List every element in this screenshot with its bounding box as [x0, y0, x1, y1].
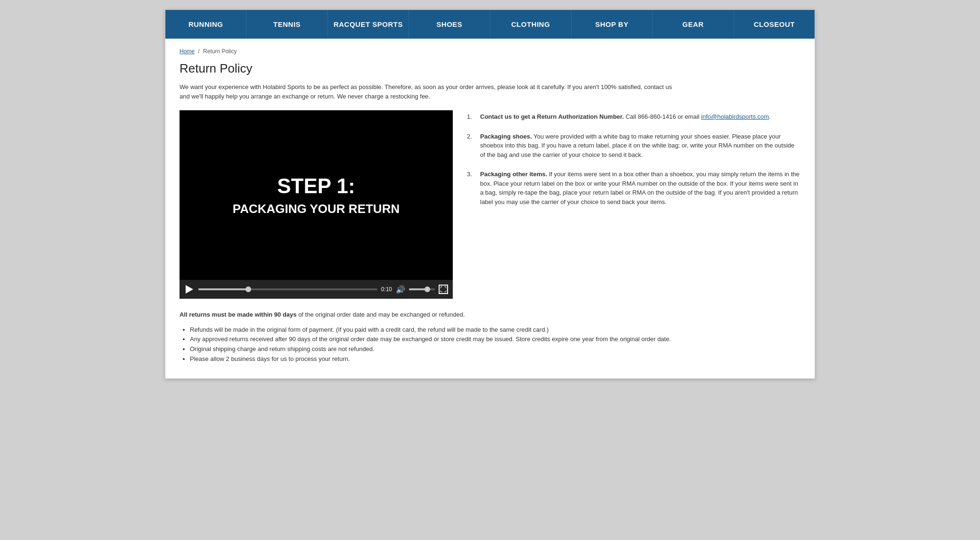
nav-bar: RUNNING TENNIS RACQUET SPORTS SHOES CLOT…	[165, 10, 815, 39]
breadcrumb-current: Return Policy	[203, 48, 237, 55]
progress-thumb	[245, 286, 251, 292]
step-item-1: 1. Contact us to get a Return Authorizat…	[467, 112, 800, 122]
svg-rect-7	[446, 290, 446, 292]
returns-note-text: of the original order date and may be ex…	[297, 311, 465, 318]
nav-item-shop-by[interactable]: SHOP BY	[572, 10, 653, 39]
video-subtitle-label: PACKAGING YOUR RETURN	[233, 202, 400, 216]
page-title: Return Policy	[180, 61, 800, 76]
step-content-1: Contact us to get a Return Authorization…	[480, 112, 800, 122]
step-link-1[interactable]: info@holabirdsports.com	[701, 113, 769, 120]
video-step-label: STEP 1:	[233, 174, 400, 199]
step-bold-1: Contact us to get a Return Authorization…	[480, 113, 624, 120]
returns-note: All returns must be made within 90 days …	[180, 310, 800, 319]
steps-list: 1. Contact us to get a Return Authorizat…	[467, 110, 800, 217]
play-button[interactable]	[184, 284, 195, 295]
step-number-2: 2.	[467, 132, 475, 160]
fullscreen-icon	[441, 286, 446, 292]
volume-fill	[409, 288, 427, 290]
returns-bullets: Refunds will be made in the original for…	[190, 325, 800, 364]
bullet-item-3: Original shipping charge and return ship…	[190, 344, 800, 354]
fullscreen-button[interactable]	[439, 285, 448, 294]
intro-text: We want your experience with Holabird Sp…	[180, 82, 674, 101]
bullet-item-1: Refunds will be made in the original for…	[190, 325, 800, 335]
volume-icon[interactable]: 🔊	[396, 285, 405, 294]
step-bold-2: Packaging shoes.	[480, 133, 532, 140]
step-content-3: Packaging other items. If your items wer…	[480, 170, 800, 206]
time-display: 0:10	[381, 286, 392, 293]
step-text-1: Call 866-860-1416 or email	[624, 113, 701, 120]
step-item-3: 3. Packaging other items. If your items …	[467, 170, 800, 206]
breadcrumb: Home / Return Policy	[180, 48, 800, 55]
returns-note-bold: All returns must be made within 90 days	[180, 311, 297, 318]
volume-thumb	[425, 286, 430, 292]
nav-item-gear[interactable]: GEAR	[653, 10, 734, 39]
volume-bar[interactable]	[409, 288, 435, 290]
page-wrapper: RUNNING TENNIS RACQUET SPORTS SHOES CLOT…	[165, 9, 815, 379]
breadcrumb-separator: /	[198, 48, 199, 55]
main-section: STEP 1: PACKAGING YOUR RETURN 0:10 🔊	[180, 110, 800, 299]
step-number-3: 3.	[467, 170, 475, 206]
video-text: STEP 1: PACKAGING YOUR RETURN	[233, 174, 400, 216]
progress-bar[interactable]	[198, 288, 377, 290]
video-container: STEP 1: PACKAGING YOUR RETURN 0:10 🔊	[180, 110, 453, 299]
step-text-after-1: .	[769, 113, 771, 120]
nav-item-clothing[interactable]: CLOTHING	[490, 10, 572, 39]
main-content: Home / Return Policy Return Policy We wa…	[165, 39, 815, 378]
video-screen: STEP 1: PACKAGING YOUR RETURN	[180, 110, 453, 280]
step-bold-3: Packaging other items.	[480, 171, 547, 178]
step-number-1: 1.	[467, 112, 475, 122]
nav-item-shoes[interactable]: SHOES	[409, 10, 490, 39]
video-controls: 0:10 🔊	[180, 280, 453, 299]
bullet-item-4: Please allow 2 business days for us to p…	[190, 354, 800, 364]
svg-rect-3	[446, 286, 446, 288]
progress-fill	[198, 288, 248, 290]
svg-rect-1	[441, 286, 441, 288]
nav-item-tennis[interactable]: TENNIS	[246, 10, 327, 39]
nav-item-closeout[interactable]: CLOSEOUT	[734, 10, 815, 39]
bullet-item-2: Any approved returns received after 90 d…	[190, 335, 800, 344]
nav-item-racquet-sports[interactable]: RACQUET SPORTS	[328, 10, 409, 39]
svg-rect-5	[441, 290, 441, 292]
step-item-2: 2. Packaging shoes. You were provided wi…	[467, 132, 800, 160]
step-content-2: Packaging shoes. You were provided with …	[480, 132, 800, 160]
breadcrumb-home-link[interactable]: Home	[180, 48, 195, 55]
play-icon	[186, 285, 193, 294]
nav-item-running[interactable]: RUNNING	[165, 10, 246, 39]
